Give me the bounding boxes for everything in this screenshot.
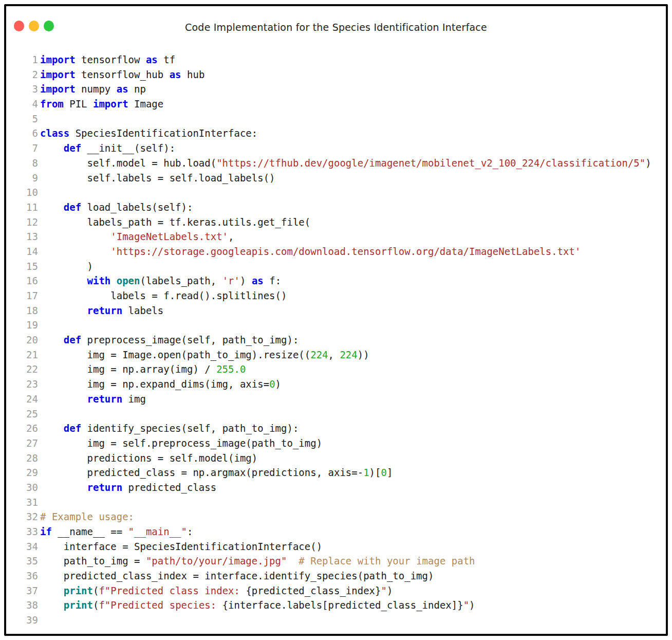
line-number: 13	[6, 229, 38, 244]
code-text: labels = f.read().splitlines()	[40, 288, 287, 303]
line-number: 25	[6, 407, 38, 422]
line-number: 20	[6, 333, 38, 348]
code-line: 17 labels = f.read().splitlines()	[6, 288, 666, 303]
code-text: 'ImageNetLabels.txt',	[40, 229, 234, 244]
code-line: 38 print(f"Predicted species: {interface…	[6, 598, 666, 613]
line-number: 34	[6, 539, 38, 554]
line-number: 8	[6, 156, 38, 171]
code-line: 39	[6, 613, 666, 628]
line-number: 19	[6, 318, 38, 333]
code-text: predicted_class_index = interface.identi…	[40, 569, 434, 583]
code-line: 8 self.model = hub.load("https://tfhub.d…	[6, 156, 666, 171]
code-text: predicted_class = np.argmax(predictions,…	[40, 465, 393, 480]
code-line: 30 return predicted_class	[6, 480, 666, 495]
line-number: 37	[6, 583, 38, 598]
code-line: 31	[6, 495, 666, 510]
code-text: img = np.expand_dims(img, axis=0)	[40, 377, 281, 392]
code-text: import tensorflow_hub as hub	[40, 67, 204, 82]
line-number: 21	[6, 348, 38, 362]
code-line: 14 'https://storage.googleapis.com/downl…	[6, 244, 666, 259]
code-text: def load_labels(self):	[40, 200, 193, 215]
code-text: path_to_img = "path/to/your/image.jpg" #…	[40, 554, 475, 569]
line-number: 31	[6, 495, 38, 510]
code-text: img = self.preprocess_image(path_to_img)	[40, 436, 322, 451]
code-text: labels_path = tf.keras.utils.get_file(	[40, 215, 310, 230]
code-line: 28 predictions = self.model(img)	[6, 451, 666, 466]
code-text: import tensorflow as tf	[40, 52, 175, 67]
line-number: 28	[6, 451, 38, 466]
code-line: 32# Example usage:	[6, 509, 666, 524]
code-line: 36 predicted_class_index = interface.ide…	[6, 569, 666, 583]
code-line: 24 return img	[6, 392, 666, 407]
code-text: def identify_species(self, path_to_img):	[40, 421, 298, 436]
code-line: 26 def identify_species(self, path_to_im…	[6, 421, 666, 436]
code-line: 33if __name__ == "__main__":	[6, 524, 666, 539]
code-text: interface = SpeciesIdentificationInterfa…	[40, 539, 322, 554]
line-number: 36	[6, 569, 38, 583]
code-text: class SpeciesIdentificationInterface:	[40, 126, 257, 141]
code-text: def preprocess_image(self, path_to_img):	[40, 333, 298, 348]
line-number: 35	[6, 554, 38, 569]
line-number: 2	[6, 67, 38, 82]
code-line: 11 def load_labels(self):	[6, 200, 666, 215]
code-text: self.model = hub.load("https://tfhub.dev…	[40, 156, 651, 171]
code-line: 3import numpy as np	[6, 82, 666, 97]
line-number: 38	[6, 598, 38, 613]
code-line: 10	[6, 185, 666, 200]
line-number: 16	[6, 273, 38, 288]
code-text: 'https://storage.googleapis.com/download…	[40, 244, 581, 259]
code-text: # Example usage:	[40, 509, 134, 524]
line-number: 24	[6, 392, 38, 407]
line-number: 23	[6, 377, 38, 392]
line-number: 33	[6, 524, 38, 539]
code-text: return predicted_class	[40, 480, 216, 495]
code-line: 13 'ImageNetLabels.txt',	[6, 229, 666, 244]
line-number: 5	[6, 112, 38, 126]
code-line: 22 img = np.array(img) / 255.0	[6, 362, 666, 377]
code-line: 34 interface = SpeciesIdentificationInte…	[6, 539, 666, 554]
code-text: def __init__(self):	[40, 141, 175, 156]
line-number: 26	[6, 421, 38, 436]
line-number: 22	[6, 362, 38, 377]
code-area: 1import tensorflow as tf2import tensorfl…	[6, 52, 666, 628]
code-line: 35 path_to_img = "path/to/your/image.jpg…	[6, 554, 666, 569]
line-number: 7	[6, 141, 38, 156]
code-line: 4from PIL import Image	[6, 97, 666, 112]
code-line: 29 predicted_class = np.argmax(predictio…	[6, 465, 666, 480]
code-editor-window: Code Implementation for the Species Iden…	[4, 4, 668, 636]
line-number: 32	[6, 509, 38, 524]
code-text: img = np.array(img) / 255.0	[40, 362, 246, 377]
window-title: Code Implementation for the Species Iden…	[6, 22, 666, 33]
code-text: return img	[40, 392, 146, 407]
code-line: 5	[6, 112, 666, 126]
code-text: if __name__ == "__main__":	[40, 524, 193, 539]
line-number: 10	[6, 185, 38, 200]
code-line: 21 img = Image.open(path_to_img).resize(…	[6, 348, 666, 362]
line-number: 30	[6, 480, 38, 495]
line-number: 29	[6, 465, 38, 480]
code-line: 12 labels_path = tf.keras.utils.get_file…	[6, 215, 666, 230]
line-number: 39	[6, 613, 38, 628]
line-number: 15	[6, 259, 38, 274]
line-number: 18	[6, 303, 38, 318]
code-line: 18 return labels	[6, 303, 666, 318]
line-number: 6	[6, 126, 38, 141]
code-text: with open(labels_path, 'r') as f:	[40, 273, 281, 288]
code-line: 1import tensorflow as tf	[6, 52, 666, 67]
line-number: 4	[6, 97, 38, 112]
code-line: 9 self.labels = self.load_labels()	[6, 171, 666, 186]
code-line: 27 img = self.preprocess_image(path_to_i…	[6, 436, 666, 451]
line-number: 1	[6, 52, 38, 67]
line-number: 17	[6, 288, 38, 303]
code-text: import numpy as np	[40, 82, 146, 97]
line-number: 11	[6, 200, 38, 215]
code-line: 2import tensorflow_hub as hub	[6, 67, 666, 82]
line-number: 14	[6, 244, 38, 259]
code-text: print(f"Predicted class index: {predicte…	[40, 583, 393, 598]
code-text: self.labels = self.load_labels()	[40, 171, 275, 186]
code-line: 23 img = np.expand_dims(img, axis=0)	[6, 377, 666, 392]
code-text: predictions = self.model(img)	[40, 451, 257, 466]
code-text: return labels	[40, 303, 163, 318]
code-line: 20 def preprocess_image(self, path_to_im…	[6, 333, 666, 348]
code-text: )	[40, 259, 93, 274]
